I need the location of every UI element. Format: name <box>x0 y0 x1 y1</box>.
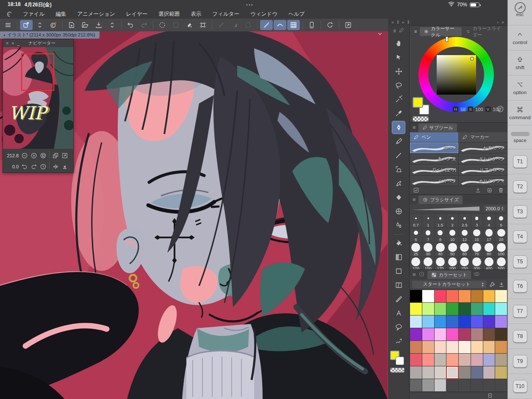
tool-palette-tab-pen-icon[interactable] <box>399 28 404 34</box>
brush-丸ペン 太[interactable]: 丸ペン 太 <box>410 153 458 164</box>
brush-size-header-tab[interactable]: ブラシサイズ <box>418 195 463 204</box>
color-swatch-#fdbdf3[interactable] <box>435 328 446 340</box>
color-swatch-#000000[interactable] <box>410 290 422 302</box>
reset-display-icon[interactable] <box>324 20 336 30</box>
brush-size-1.5[interactable]: 1.5 <box>435 214 446 228</box>
color-swatch-#fcd9aa[interactable] <box>471 341 483 353</box>
color-swatch-#d6b3ab[interactable] <box>459 354 471 366</box>
color-swatch-#c8c8c8[interactable] <box>435 379 446 391</box>
text-tool-icon[interactable] <box>392 307 405 320</box>
color-swatch-#c07a2b[interactable] <box>471 290 483 302</box>
ruler-tool-icon[interactable] <box>392 293 405 306</box>
color-swatch-#5a58f4[interactable] <box>471 315 483 328</box>
pencil-tool-icon[interactable] <box>392 135 405 148</box>
color-swatch-#fca28a[interactable] <box>446 354 458 366</box>
eraser-tool-icon[interactable] <box>392 191 405 204</box>
color-swatch-#fbf83b[interactable] <box>410 303 422 315</box>
deselect-icon[interactable] <box>156 20 169 30</box>
menu-ファイル[interactable]: ファイル <box>17 10 50 19</box>
brush-size-60[interactable]: 60 <box>459 243 471 257</box>
subtool-settings-icon[interactable] <box>413 187 419 193</box>
brush-size-stepper[interactable]: ▲▼ <box>501 206 504 211</box>
brush-ツヤベタ[interactable]: ツヤベタ <box>410 176 458 186</box>
brush-size-15[interactable]: 15 <box>471 228 483 242</box>
key-t5[interactable]: T5 <box>508 249 532 274</box>
marquee-icon[interactable] <box>242 20 255 30</box>
snap-grid-icon[interactable] <box>287 20 300 30</box>
clip-studio-badge-icon[interactable] <box>47 20 60 30</box>
color-swatch-#3168d1[interactable] <box>446 315 458 328</box>
hue-marker[interactable] <box>446 36 448 42</box>
color-swatch-#f9924d[interactable] <box>459 290 471 302</box>
color-swatch-#d07f59[interactable] <box>410 341 422 353</box>
color-swatch-#908881[interactable] <box>459 366 471 379</box>
color-swatch-#8b28c6[interactable] <box>410 328 422 340</box>
color-swatch-#6f4c3c[interactable] <box>483 328 495 340</box>
key-t9[interactable]: T9 <box>508 349 532 374</box>
operation-tool-icon[interactable] <box>392 51 405 64</box>
color-swatch-#c5bfbc[interactable] <box>422 366 434 379</box>
color-swatch-#5334d5[interactable] <box>483 315 495 328</box>
transparent-color-swatch[interactable] <box>390 368 405 373</box>
color-swatch-#ffffff[interactable] <box>422 290 434 302</box>
key-t2[interactable]: T2 <box>508 174 532 199</box>
eyedropper-tool-icon[interactable] <box>392 107 405 120</box>
fill-tool-icon[interactable] <box>392 237 405 250</box>
line-correction-tool-icon[interactable] <box>392 335 405 348</box>
menu-レイヤー[interactable]: レイヤー <box>120 10 153 19</box>
color-swatch-#d9d5d1[interactable] <box>446 366 458 379</box>
brush-size-12[interactable]: 12 <box>459 228 471 242</box>
auto-select-tool-icon[interactable] <box>392 93 405 106</box>
color-swatch-#b07f80[interactable] <box>471 328 483 340</box>
key-t3[interactable]: T3 <box>508 199 532 224</box>
antialias-shade-icon[interactable] <box>228 20 241 30</box>
brush-size-menu-icon[interactable]: ≡ <box>413 196 416 203</box>
selection-tool-icon[interactable] <box>392 79 405 92</box>
color-swatch-#7fcaf9[interactable] <box>422 315 434 328</box>
no-color-icon[interactable] <box>496 105 504 115</box>
brush-size-1[interactable]: 1 <box>422 214 434 228</box>
key-control[interactable]: control <box>508 25 532 50</box>
subtool-menu-icon[interactable]: ≡ <box>413 124 416 131</box>
subtool-tab-マーカー[interactable]: マーカー <box>459 132 507 142</box>
menu-アニメーション[interactable]: アニメーション <box>72 10 120 19</box>
brush-size-6[interactable]: 6 <box>410 228 422 242</box>
pen-tool-icon[interactable] <box>392 121 405 134</box>
decoration-tool-icon[interactable] <box>392 177 405 190</box>
color-swatch-#2fd9cb[interactable] <box>483 303 495 315</box>
rotate-right-icon[interactable] <box>29 162 39 171</box>
dock-expand-icon-1[interactable]: » <box>502 20 504 25</box>
transparent-color-swatch[interactable] <box>413 116 429 122</box>
hamburger-menu-icon[interactable] <box>2 20 14 30</box>
tab-カラースライダー[interactable]: カラースライダー <box>462 27 507 36</box>
sub-color-swatch[interactable] <box>396 357 404 365</box>
color-swatch-#afa8a6[interactable] <box>410 366 422 379</box>
brush-size-2.5[interactable]: 2.5 <box>459 214 471 228</box>
chevron-updown-icon[interactable] <box>106 20 119 30</box>
brush-size-4[interactable]: 4 <box>483 214 495 228</box>
color-swatch-#a9aad9[interactable] <box>483 354 495 366</box>
color-mixing-tab-icon[interactable] <box>474 271 480 278</box>
color-swatch-#3aa577[interactable] <box>471 303 483 315</box>
color-swatch-#d9934e[interactable] <box>495 341 507 353</box>
frame-border-tool-icon[interactable] <box>392 279 405 292</box>
tab-strip-collapse-chevron-icon[interactable] <box>377 31 383 39</box>
color-swatch-#b1a187[interactable] <box>495 354 507 366</box>
color-swatch-#e782f5[interactable] <box>422 328 434 340</box>
brush-size-100[interactable]: 100 <box>495 243 507 257</box>
key-command[interactable]: command <box>508 100 532 126</box>
import-color-set-icon[interactable] <box>498 281 505 288</box>
clear-selection-icon[interactable] <box>169 20 182 30</box>
flip-horizontal-icon[interactable] <box>51 162 60 171</box>
brush-size-5[interactable]: 5 <box>495 214 507 228</box>
delete-subtool-icon[interactable] <box>498 187 504 193</box>
zoom-in-icon[interactable] <box>29 151 39 160</box>
color-swatch-#1e3ed7[interactable] <box>459 315 471 328</box>
edit-color-set-wrench-icon[interactable] <box>489 281 496 288</box>
color-swatch-#473524[interactable] <box>495 328 507 340</box>
brush-size-40[interactable]: 40 <box>435 243 446 257</box>
redo-icon[interactable] <box>138 20 150 30</box>
dock-collapse-icon-3[interactable]: ‖ <box>407 20 410 25</box>
dock-collapse-icon-1[interactable]: ‖ <box>397 20 399 25</box>
color-swatch-#fde3d5[interactable] <box>446 341 458 353</box>
